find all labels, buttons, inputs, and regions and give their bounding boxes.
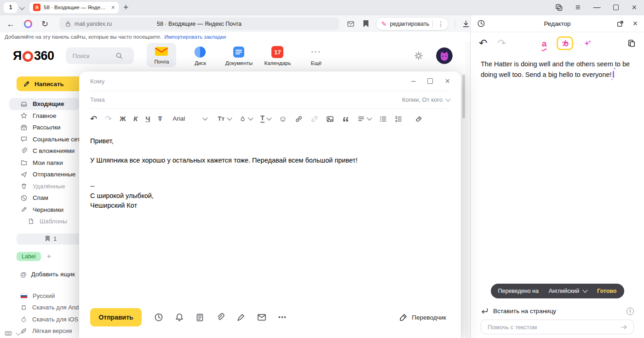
search-input[interactable] — [71, 52, 115, 60]
align-button[interactable] — [357, 115, 371, 122]
scrollbar-thumb[interactable] — [462, 75, 465, 118]
refresh-icon[interactable]: ↻ — [41, 20, 48, 28]
history-clock-icon[interactable] — [477, 19, 485, 28]
envelope-icon[interactable] — [257, 313, 266, 322]
highlight-color-button[interactable] — [239, 116, 253, 122]
tabs-panel-icon[interactable] — [555, 4, 563, 11]
logo-donut-icon — [23, 51, 33, 62]
folder-label: Отправленные — [33, 171, 75, 178]
undo-icon[interactable]: ↶ — [90, 115, 97, 123]
schedule-clock-icon[interactable] — [154, 313, 163, 322]
search-icon[interactable] — [115, 52, 123, 59]
more-actions-icon[interactable]: ⋯ — [278, 313, 286, 321]
chevron-down-icon[interactable] — [19, 5, 24, 10]
logo-360: 360 — [34, 49, 54, 63]
search-box[interactable] — [66, 47, 134, 64]
bold-button[interactable]: Ж — [120, 116, 126, 122]
bullet-list-icon[interactable] — [379, 115, 387, 123]
expand-compose-icon[interactable] — [427, 78, 433, 84]
attach-paperclip-icon[interactable] — [216, 313, 225, 322]
copy-icon[interactable] — [627, 39, 636, 47]
scrollbar[interactable] — [462, 69, 466, 338]
more-options-icon[interactable]: ⋮ — [436, 21, 445, 27]
sparkles-icon[interactable] — [583, 39, 592, 47]
downloads-icon[interactable] — [462, 20, 470, 28]
italic-button[interactable]: К — [133, 116, 138, 122]
panel-toggle-icon[interactable] — [5, 330, 12, 337]
url-domain: mail.yandex.ru — [75, 21, 112, 27]
send-prompt-icon[interactable] — [620, 323, 628, 331]
cc-from-toggle[interactable]: Копии, От кого — [402, 96, 450, 103]
info-icon[interactable]: i — [627, 308, 634, 315]
font-size-select[interactable]: Тт — [218, 116, 231, 122]
browser-tab[interactable]: Я 58 · Входящие — Яндекс Почта × — [29, 2, 119, 13]
back-icon[interactable]: ← — [6, 20, 15, 28]
numbered-list-icon[interactable] — [395, 115, 402, 123]
close-window-icon[interactable]: × — [632, 3, 637, 12]
mail-collector-icon[interactable] — [346, 20, 355, 28]
font-select[interactable]: Arial — [172, 116, 207, 122]
unlink-icon[interactable] — [310, 115, 318, 123]
folder-inbox[interactable]: Входящие — [9, 98, 79, 110]
done-button[interactable]: Готово — [597, 288, 617, 294]
image-icon[interactable] — [326, 115, 334, 123]
link-icon[interactable] — [295, 115, 303, 123]
undo-icon[interactable]: ↶ — [479, 38, 487, 48]
note-icon[interactable] — [196, 313, 204, 322]
app-more[interactable]: ··· Ещё — [301, 43, 331, 69]
bookmark-icon[interactable] — [363, 20, 368, 27]
insert-row[interactable]: Вставить на страницу i — [481, 307, 634, 315]
pen-icon[interactable] — [236, 313, 246, 322]
add-label-icon[interactable]: + — [47, 252, 52, 260]
alice-icon[interactable] — [24, 20, 32, 28]
address-bar[interactable]: mail.yandex.ru 58 · Входящие — Яндекс По… — [59, 17, 339, 30]
translate-button-highlighted[interactable] — [557, 36, 573, 50]
translator-button[interactable]: Переводчик — [399, 313, 446, 321]
redo-icon[interactable]: ↷ — [497, 38, 506, 48]
close-panel-icon[interactable]: × — [632, 19, 638, 28]
compose-body[interactable]: Привет, У Шляпника все хорошо у остальны… — [90, 129, 450, 304]
app-mail[interactable]: Почта — [147, 43, 176, 67]
text-color-button[interactable]: Т — [260, 115, 271, 123]
open-window-icon[interactable] — [616, 20, 624, 28]
clear-format-icon[interactable] — [415, 115, 423, 123]
menu-icon[interactable]: ≡ — [575, 3, 581, 12]
maximize-icon[interactable] — [613, 5, 619, 10]
underline-button[interactable]: Ч — [145, 116, 150, 122]
minimize-icon[interactable]: — — [593, 4, 600, 11]
quote-icon[interactable] — [342, 115, 350, 123]
feather-icon — [20, 327, 27, 334]
gear-icon[interactable] — [414, 51, 423, 60]
send-button[interactable]: Отправить — [90, 308, 142, 326]
prompt-input[interactable] — [487, 323, 620, 331]
folder-label: Мои папки — [33, 159, 63, 166]
emoji-icon[interactable]: ☺ — [279, 115, 287, 123]
import-bookmarks-link[interactable]: Импортировать закладки — [164, 34, 226, 40]
to-field[interactable]: Кому — [90, 78, 105, 85]
edit-pill-button[interactable]: ✎ редактировать ⋮ — [376, 17, 448, 30]
apps-row: Почта Диск Документы 17 Календарь ··· Ещ… — [147, 43, 331, 69]
strikethrough-button[interactable]: Т — [158, 116, 162, 122]
language-select[interactable]: Английский — [549, 288, 587, 294]
bookmarked-filter[interactable]: 1 — [17, 233, 86, 245]
label-tag[interactable]: Label — [17, 252, 41, 261]
spellcheck-button[interactable]: a — [542, 39, 547, 48]
subject-field[interactable]: Тема — [90, 96, 105, 103]
redo-icon[interactable]: ↷ — [105, 115, 112, 123]
app-docs[interactable]: Документы — [224, 43, 253, 69]
app-disk[interactable]: Диск — [185, 43, 215, 69]
app-calendar[interactable]: 17 Календарь — [263, 43, 292, 69]
new-tab-button[interactable]: + — [123, 2, 128, 12]
tab-close-icon[interactable]: × — [111, 4, 115, 11]
avatar[interactable] — [436, 47, 453, 64]
app-disk-label: Диск — [195, 60, 206, 66]
minimize-compose-icon[interactable]: – — [412, 77, 416, 85]
bell-icon[interactable] — [175, 313, 184, 322]
close-compose-icon[interactable]: × — [445, 77, 450, 85]
prompt-box[interactable] — [481, 320, 634, 334]
tab-counter[interactable]: 1 — [4, 2, 17, 13]
yandex-360-logo[interactable]: Я 360 — [13, 49, 54, 63]
ai-caret-icon — [613, 71, 614, 78]
folder-label: Спам — [33, 194, 48, 201]
chevron-down-icon[interactable] — [16, 330, 21, 335]
